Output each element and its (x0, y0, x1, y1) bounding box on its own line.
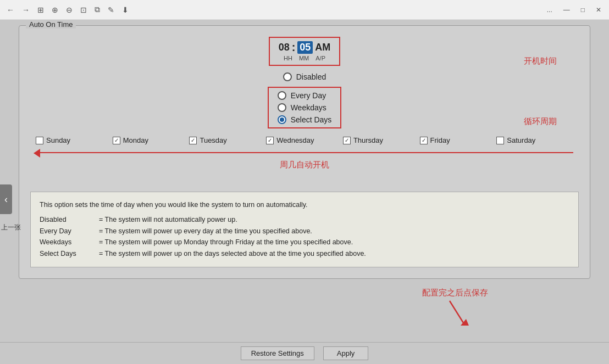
radio-group-container: Disabled Every Day Weekdays Select Days (268, 72, 342, 128)
apply-button[interactable]: Apply (323, 346, 369, 360)
minimize-button[interactable]: — (560, 5, 573, 15)
prev-label: 上一张 (1, 223, 21, 232)
day-saturday-label: Saturday (507, 136, 535, 144)
desc-key-3: Select Days (40, 249, 95, 259)
day-tuesday[interactable]: ✓ Tuesday (189, 136, 266, 144)
day-saturday[interactable]: □ Saturday (496, 136, 573, 144)
nav-edit-button[interactable]: ✎ (106, 4, 117, 15)
checkbox-monday[interactable]: ✓ (113, 137, 120, 144)
desc-val-1: = The system will power up every day at … (99, 226, 569, 237)
svg-line-0 (450, 301, 463, 323)
maximize-button[interactable]: □ (578, 5, 588, 15)
time-section: 08 : 05 AM HH MM A/P (30, 37, 579, 66)
nav-download-button[interactable]: ⬇ (120, 4, 131, 15)
time-ampm[interactable]: AM (315, 42, 330, 53)
annotation-xunhuan: 循环周期 (524, 116, 557, 127)
checkbox-sunday[interactable]: □ (36, 137, 43, 144)
nav-zoomin-button[interactable]: ⊕ (49, 4, 60, 15)
day-wednesday-label: Wednesday (276, 136, 314, 144)
checkbox-wednesday[interactable]: ✓ (266, 137, 274, 144)
config-arrow-icon (439, 298, 472, 331)
description-box: This option sets the time of day when yo… (30, 192, 579, 267)
more-button[interactable]: ... (544, 5, 556, 15)
radio-every-day-btn[interactable] (278, 91, 286, 100)
radio-select-days[interactable]: Select Days (278, 115, 332, 124)
auto-on-time-panel: Auto On Time 08 : 05 AM HH MM A/P (19, 25, 590, 279)
day-friday[interactable]: ✓ Friday (420, 136, 497, 144)
days-container: □ Sunday ✓ Monday ✓ Tuesday ✓ Wednesday … (30, 136, 579, 172)
checkbox-friday[interactable]: ✓ (420, 137, 428, 144)
main-content: ‹ 上一张 Auto On Time 08 : 05 AM HH MM A/P (0, 20, 609, 364)
desc-key-1: Every Day (40, 226, 95, 237)
radio-weekdays-label: Weekdays (291, 103, 326, 112)
nav-buttons: ← → ⊞ ⊕ ⊖ ⊡ ⧉ ✎ ⬇ (4, 4, 544, 15)
day-thursday[interactable]: ✓ Thursday (343, 136, 420, 144)
day-thursday-label: Thursday (353, 136, 383, 144)
radio-every-day-label: Every Day (291, 91, 326, 100)
config-annotation: 配置完之后点保存 (422, 288, 488, 331)
day-wednesday[interactable]: ✓ Wednesday (266, 136, 343, 144)
radio-disabled-label: Disabled (296, 72, 326, 81)
checkbox-saturday[interactable]: □ (496, 137, 504, 144)
day-friday-label: Friday (430, 136, 450, 144)
nav-copy-button[interactable]: ⧉ (92, 4, 102, 15)
radio-every-day[interactable]: Every Day (278, 91, 332, 100)
nav-back-button[interactable]: ← (4, 4, 16, 15)
checkbox-tuesday[interactable]: ✓ (189, 137, 197, 144)
arrow-head (34, 149, 40, 158)
desc-table: Disabled = The system will not automatic… (40, 215, 569, 259)
nav-page-button[interactable]: ⊡ (78, 4, 89, 15)
label-ampm: A/P (315, 55, 325, 61)
desc-val-3: = The system will power up on the days s… (99, 249, 569, 259)
time-labels: HH MM A/P (284, 55, 325, 61)
bottom-bar: Restore Settings Apply (0, 342, 609, 364)
titlebar: ← → ⊞ ⊕ ⊖ ⊡ ⧉ ✎ ⬇ ... — □ ✕ (0, 0, 609, 20)
nav-zoomout-button[interactable]: ⊖ (64, 4, 75, 15)
options-section: Disabled Every Day Weekdays Select Days (30, 72, 579, 128)
desc-val-0: = The system will not automatically powe… (99, 215, 569, 225)
radio-weekdays-btn[interactable] (278, 103, 286, 112)
desc-key-2: Weekdays (40, 237, 95, 248)
time-colon: : (292, 41, 296, 54)
panel-title: Auto On Time (26, 20, 76, 29)
annotation-kaiji: 开机时间 (524, 56, 557, 66)
days-arrow-area: 周几自动开机 (30, 144, 579, 172)
nav-grid-button[interactable]: ⊞ (35, 4, 46, 15)
radio-weekdays[interactable]: Weekdays (278, 103, 332, 112)
nav-forward-button[interactable]: → (20, 4, 32, 15)
sidebar-toggle-button[interactable]: ‹ (0, 184, 12, 214)
time-box: 08 : 05 AM HH MM A/P (269, 37, 341, 66)
radio-disabled[interactable]: Disabled (283, 72, 326, 81)
day-monday-label: Monday (123, 136, 148, 144)
radio-select-days-btn[interactable] (278, 115, 286, 124)
day-monday[interactable]: ✓ Monday (113, 136, 190, 144)
desc-intro: This option sets the time of day when yo… (40, 200, 569, 210)
desc-key-0: Disabled (40, 215, 95, 225)
radio-select-days-label: Select Days (291, 115, 332, 124)
checkbox-thursday[interactable]: ✓ (343, 137, 351, 144)
radio-disabled-btn[interactable] (283, 72, 292, 81)
day-tuesday-label: Tuesday (200, 136, 226, 144)
time-hh[interactable]: 08 (279, 42, 290, 53)
label-mm: MM (299, 55, 309, 61)
arrow-line (36, 152, 573, 153)
label-hh: HH (284, 55, 292, 61)
desc-val-2: = The system will power up Monday throug… (99, 237, 569, 248)
annotation-config: 配置完之后点保存 (422, 288, 488, 298)
days-section: □ Sunday ✓ Monday ✓ Tuesday ✓ Wednesday … (30, 136, 579, 144)
day-sunday[interactable]: □ Sunday (36, 136, 113, 144)
close-button[interactable]: ✕ (593, 5, 605, 15)
day-sunday-label: Sunday (46, 136, 70, 144)
window-controls: ... — □ ✕ (544, 5, 605, 15)
annotation-zhouji: 周几自动开机 (280, 160, 329, 170)
time-values: 08 : 05 AM (279, 41, 331, 54)
restore-settings-button[interactable]: Restore Settings (241, 346, 314, 360)
time-mm[interactable]: 05 (297, 41, 313, 54)
radio-options-box: Every Day Weekdays Select Days (268, 87, 342, 128)
